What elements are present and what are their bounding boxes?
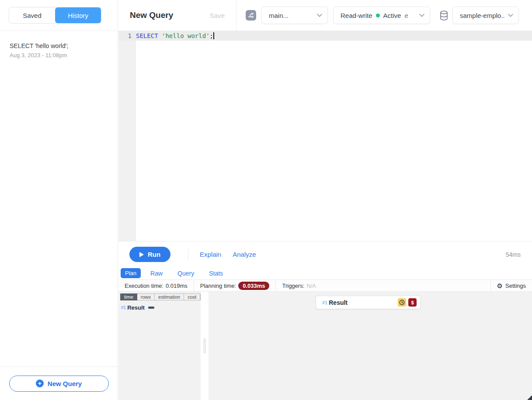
- new-query-label: New Query: [48, 380, 82, 387]
- plus-icon: +: [36, 379, 44, 387]
- branch-select-value: main...: [269, 12, 313, 19]
- sql-semicolon: ;: [210, 32, 213, 39]
- result-tabs: Plan Raw Query Stats: [118, 267, 532, 280]
- triggers-label: Triggers:: [282, 283, 304, 289]
- plan-node-id: #1: [322, 300, 327, 305]
- execution-time-label: Execution time:: [125, 283, 163, 289]
- code-line: SELECT 'hello world';: [136, 32, 214, 39]
- sidebar: Saved History SELECT 'hello world'; Aug …: [0, 0, 118, 400]
- run-label: Run: [148, 251, 160, 258]
- plan-stats-bar: Execution time: 0.019ms Planning time: 0…: [118, 280, 532, 292]
- execution-time-stat: Execution time: 0.019ms: [118, 280, 194, 291]
- run-bar: Run Explain Analyze 54ms: [118, 242, 532, 267]
- plan-tree-panel: time rows estimation cost #1 Result: [118, 292, 201, 400]
- metric-tab-time[interactable]: time: [120, 293, 137, 300]
- planning-time-badge: 0.033ms: [238, 282, 269, 290]
- database-select-value: sample-emplo...: [460, 12, 504, 19]
- connection-mode-value: Read-write: [341, 12, 372, 19]
- plan-node-card[interactable]: #1 Result $: [316, 296, 421, 309]
- query-duration: 54ms: [506, 251, 521, 258]
- gear-icon: ⚙: [497, 283, 503, 289]
- connection-mode-select[interactable]: Read-write Active e: [333, 7, 430, 24]
- triggers-stat: Triggers: N/A: [275, 280, 322, 291]
- run-button[interactable]: Run: [129, 247, 170, 262]
- metric-tab-estimation[interactable]: estimation: [155, 293, 184, 300]
- history-timestamp: Aug 3, 2023 - 11:08pm: [10, 52, 108, 59]
- divider: [188, 249, 188, 260]
- topbar: New Query Save main... Read-: [118, 0, 532, 31]
- tab-query[interactable]: Query: [172, 269, 199, 278]
- cost-dollar-icon: $: [408, 298, 417, 307]
- chevron-down-icon: [317, 14, 322, 17]
- tab-history[interactable]: History: [55, 7, 101, 23]
- history-query-text: SELECT 'hello world';: [10, 42, 108, 49]
- editor-gutter: [118, 31, 136, 241]
- connection-status-value: Active: [383, 12, 401, 19]
- chevron-down-icon: [419, 14, 424, 17]
- main-area: New Query Save main... Read-: [118, 0, 532, 400]
- clock-icon: [398, 298, 406, 307]
- triggers-value: N/A: [306, 283, 316, 289]
- chevron-down-icon: [508, 14, 513, 17]
- analyze-button[interactable]: Analyze: [233, 251, 256, 258]
- sidebar-header: Saved History: [0, 0, 118, 31]
- sql-keyword: SELECT: [136, 32, 158, 39]
- editor-active-line[interactable]: 1 SELECT 'hello world';: [118, 31, 532, 41]
- sql-string: 'hello world': [162, 32, 210, 39]
- text-cursor: [213, 32, 214, 39]
- query-title-area: New Query Save: [118, 0, 236, 31]
- play-icon: [139, 252, 144, 257]
- plan-metric-tabs: time rows estimation cost: [120, 293, 201, 300]
- metric-tab-cost[interactable]: cost: [184, 293, 200, 300]
- plan-node-id: #1: [121, 305, 126, 310]
- explain-button[interactable]: Explain: [200, 251, 221, 258]
- save-button[interactable]: Save: [210, 12, 225, 19]
- sidebar-footer: + New Query: [0, 366, 118, 400]
- connection-toolbar: main... Read-write Active e: [237, 0, 532, 31]
- plan-visualizer: time rows estimation cost #1 Result #1: [118, 292, 532, 400]
- plan-tree-row[interactable]: #1 Result: [120, 304, 201, 311]
- tab-saved[interactable]: Saved: [9, 7, 55, 23]
- database-select[interactable]: sample-emplo...: [452, 7, 519, 24]
- history-list: SELECT 'hello world'; Aug 3, 2023 - 11:0…: [0, 31, 118, 70]
- connection-status-suffix: e: [404, 12, 408, 19]
- metric-tab-rows[interactable]: rows: [137, 293, 155, 300]
- tab-stats[interactable]: Stats: [204, 269, 228, 278]
- tab-raw[interactable]: Raw: [145, 269, 168, 278]
- saved-history-toggle: Saved History: [9, 7, 101, 24]
- drag-handle-icon: [204, 338, 205, 353]
- app-window: Saved History SELECT 'hello world'; Aug …: [0, 0, 532, 400]
- settings-label: Settings: [505, 283, 526, 289]
- node-badges: $: [398, 298, 417, 307]
- page-title: New Query: [130, 10, 173, 20]
- planning-time-label: Planning time:: [200, 283, 236, 289]
- panel-splitter[interactable]: [201, 292, 209, 400]
- sql-editor[interactable]: 1 SELECT 'hello world';: [118, 31, 532, 241]
- branch-select[interactable]: main...: [261, 7, 328, 24]
- active-status-dot-icon: [376, 14, 380, 17]
- history-item[interactable]: SELECT 'hello world'; Aug 3, 2023 - 11:0…: [0, 39, 118, 62]
- plan-settings-button[interactable]: ⚙ Settings: [490, 280, 532, 291]
- plan-node-name: Result: [329, 299, 348, 306]
- database-icon: [440, 10, 448, 21]
- resize-corner-handle[interactable]: [527, 395, 532, 400]
- new-query-button[interactable]: + New Query: [9, 376, 109, 392]
- tab-plan[interactable]: Plan: [121, 268, 141, 278]
- branch-icon[interactable]: [246, 10, 256, 21]
- plan-canvas[interactable]: #1 Result $: [209, 292, 532, 400]
- line-number: 1: [118, 32, 136, 39]
- time-bar: [148, 307, 154, 309]
- planning-time-stat: Planning time: 0.033ms: [194, 280, 276, 291]
- plan-node-name: Result: [127, 304, 145, 311]
- execution-time-value: 0.019ms: [166, 283, 188, 289]
